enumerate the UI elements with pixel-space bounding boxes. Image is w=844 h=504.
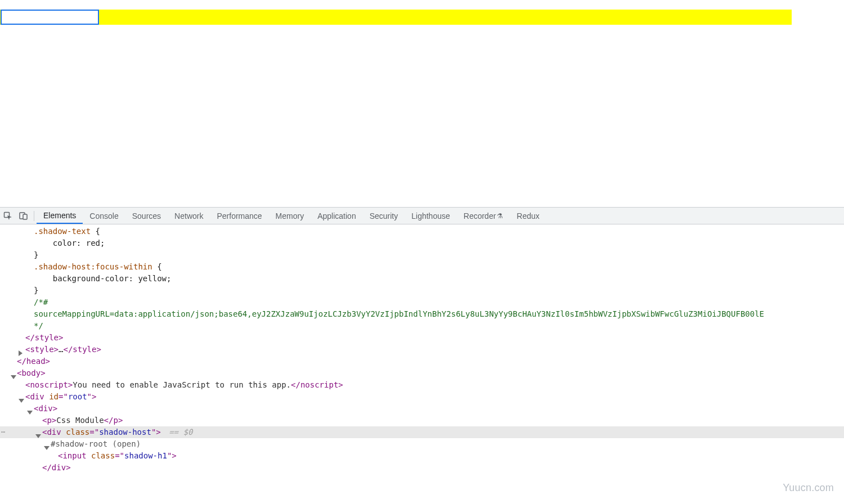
elements-panel[interactable]: .shadow-text { color: red; } .shadow-hos…: [0, 224, 844, 504]
tab-recorder[interactable]: Recorder⚗: [457, 208, 510, 224]
div-close-node: </div>: [0, 462, 844, 474]
collapse-arrow-icon[interactable]: [27, 411, 33, 415]
page-viewport: [0, 0, 844, 207]
input-node[interactable]: <input class="shadow-h1">: [0, 450, 844, 462]
css-comment-body: sourceMappingURL=data:application/json;b…: [0, 308, 844, 320]
css-comment-close: */: [0, 320, 844, 332]
devtools-toolbar: Elements Console Sources Network Perform…: [0, 208, 844, 224]
style-close-tag: </style>: [0, 332, 844, 344]
devtools-panel: Elements Console Sources Network Perform…: [0, 207, 844, 504]
selected-node-indicator: == $0: [164, 428, 193, 436]
tab-memory[interactable]: Memory: [269, 208, 311, 224]
css-rule1-decl: color: red;: [0, 237, 844, 249]
tab-lighthouse[interactable]: Lighthouse: [405, 208, 457, 224]
css-comment-open: /*#: [0, 296, 844, 308]
tab-console[interactable]: Console: [83, 208, 125, 224]
style-collapsed[interactable]: <style>…</style>: [0, 344, 844, 356]
collapse-arrow-icon[interactable]: [35, 434, 41, 438]
shadow-root-node[interactable]: #shadow-root (open): [0, 438, 844, 450]
p-node[interactable]: <p>Css Module</p>: [0, 415, 844, 426]
tab-elements[interactable]: Elements: [37, 208, 83, 224]
shadow-host-highlight: [0, 10, 792, 25]
devtools-tabs: Elements Console Sources Network Perform…: [37, 208, 546, 224]
tab-network[interactable]: Network: [168, 208, 210, 224]
selected-node-row[interactable]: ⋯<div class="shadow-host"> == $0: [0, 426, 844, 438]
noscript-node[interactable]: <noscript>You need to enable JavaScript …: [0, 379, 844, 391]
div-node[interactable]: <div>: [0, 403, 844, 415]
css-rule1-selector: .shadow-text {: [0, 226, 844, 237]
css-rule1-close: }: [0, 249, 844, 261]
css-rule2-decl: background-color: yellow;: [0, 273, 844, 285]
tab-security[interactable]: Security: [363, 208, 405, 224]
body-open-tag[interactable]: <body>: [0, 367, 844, 379]
tab-recorder-label: Recorder: [464, 212, 496, 220]
css-rule2-close: }: [0, 285, 844, 296]
shadow-input[interactable]: [1, 10, 99, 25]
tab-application[interactable]: Application: [311, 208, 363, 224]
div-root-node[interactable]: <div id="root">: [0, 391, 844, 403]
tab-performance[interactable]: Performance: [210, 208, 268, 224]
collapse-arrow-icon[interactable]: [19, 399, 24, 403]
device-toggle-icon[interactable]: [16, 208, 32, 224]
inspect-icon[interactable]: [0, 208, 16, 224]
css-rule2-selector: .shadow-host:focus-within {: [0, 261, 844, 273]
beaker-icon: ⚗: [497, 212, 503, 220]
watermark-text: Yuucn.com: [783, 482, 834, 494]
more-actions-icon[interactable]: ⋯: [1, 426, 6, 438]
tab-redux[interactable]: Redux: [510, 208, 546, 224]
toolbar-separator: [34, 211, 34, 221]
svg-rect-2: [23, 214, 27, 219]
collapse-arrow-icon[interactable]: [11, 375, 16, 379]
tab-sources[interactable]: Sources: [125, 208, 168, 224]
head-close-tag: </head>: [0, 356, 844, 367]
collapse-arrow-icon[interactable]: [44, 446, 50, 450]
